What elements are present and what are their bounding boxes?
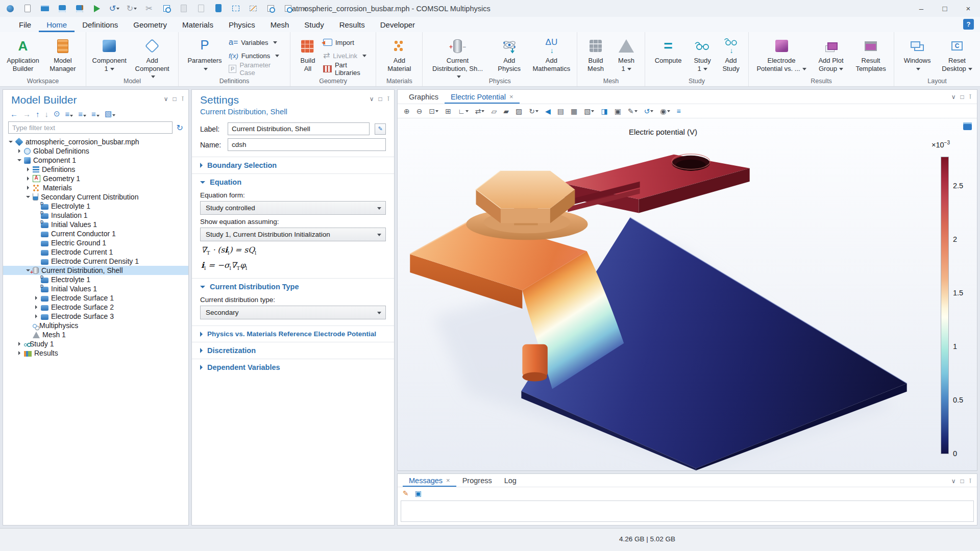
tree-item-electrode-current-1[interactable]: Electrode Current 1 [3,247,188,257]
menu-materials[interactable]: Materials [175,17,221,32]
paste-icon[interactable] [179,4,189,14]
tree-item-multiphysics[interactable]: Multiphysics [3,321,188,330]
add-plot-group-button[interactable]: Add Plot Group [812,35,850,74]
redo-icon[interactable]: ↻ [127,4,137,14]
print-icon[interactable]: ≡ [677,108,681,115]
scene-light-icon[interactable]: ↻ [529,108,538,115]
panel-float-icon[interactable]: □ [379,96,382,102]
panel-pin-icon[interactable]: ⊺ [181,96,184,102]
section-current-distribution-type[interactable]: Current Distribution Type [200,282,386,293]
result-templates-button[interactable]: Result Templates [852,35,890,74]
tree-item-electrode-surface-3[interactable]: Electrode Surface 3 [3,312,188,321]
build-mesh-button[interactable]: Build Mesh [581,35,610,74]
tree-item-initial-values-1b[interactable]: Initial Values 1 [3,284,188,293]
current-distribution-button[interactable]: Current Distribution, Sh... [427,35,488,82]
menu-definitions[interactable]: Definitions [75,17,126,32]
show-icon[interactable]: ⊙ [54,109,60,118]
collapse-all-icon[interactable]: ≡ [65,110,74,118]
panel-menu-icon[interactable]: ∨ [951,478,956,484]
model-tree-nodes-icon[interactable]: ≡ [91,110,100,118]
name-input[interactable] [228,138,386,151]
find-icon[interactable] [265,4,276,14]
panel-float-icon[interactable]: □ [961,94,964,100]
menu-home[interactable]: Home [39,17,75,32]
tree-item-electrode-surface-1[interactable]: Electrode Surface 1 [3,293,188,303]
panel-menu-icon[interactable]: ∨ [370,96,374,102]
equation-form-select[interactable]: Study controlled [200,201,386,215]
expand-all-icon[interactable]: ≡ [78,110,86,118]
component-1-button[interactable]: Component 1 [90,35,128,74]
variables-button[interactable]: a=Variables [229,37,286,47]
livelink-button[interactable]: ⇄LiveLink [323,51,372,61]
save-icon[interactable] [57,4,67,14]
panel-float-icon[interactable]: □ [961,478,964,484]
undo-icon[interactable]: ↺ [109,4,119,14]
build-all-button[interactable]: Build All [295,35,321,74]
find-replace-icon[interactable] [283,4,293,14]
section-dependent-variables[interactable]: Dependent Variables [200,362,386,373]
section-discretization[interactable]: Discretization [200,345,386,357]
tab-messages[interactable]: Messages× [403,474,456,487]
move-down-icon[interactable]: ↓ [45,110,49,118]
plot-area[interactable]: Electric potential (V) [398,118,977,470]
tab-log[interactable]: Log [498,474,523,487]
menu-physics[interactable]: Physics [221,17,263,32]
tree-item-study-1[interactable]: Study 1 [3,339,188,348]
tree-item-root[interactable]: atmospheric_corrosion_busbar.mph [3,137,188,146]
tree-item-current-distribution-shell[interactable]: Current Distribution, Shell [3,266,188,275]
tab-progress[interactable]: Progress [456,474,498,487]
duplicate-icon[interactable] [196,4,206,14]
add-material-button[interactable]: Add Material [380,35,418,74]
menu-file[interactable]: File [11,17,39,32]
cdt-select[interactable]: Secondary [200,306,386,319]
tree-expander[interactable] [16,159,23,161]
split-view-icon[interactable]: ◨ [601,108,607,115]
table-icon[interactable]: ▦ [571,108,577,115]
menu-geometry[interactable]: Geometry [126,17,175,32]
tree-filter-input[interactable] [8,121,173,134]
sound-icon[interactable]: ◀ [545,108,551,115]
cut-icon[interactable]: ✂ [144,4,154,14]
forward-icon[interactable]: → [23,110,31,118]
tab-graphics[interactable]: Graphics [403,90,445,104]
zoom-out-icon[interactable]: ⊖ [416,108,423,115]
copy-messages-icon[interactable]: ▣ [415,490,422,497]
model-manager-button[interactable]: Model Manager [44,35,82,74]
tree-item-secondary-current-distribution[interactable]: Secondary Current Distribution [3,192,188,202]
tree-item-electrolyte-1[interactable]: Electrolyte 1 [3,202,188,211]
parameter-case-button[interactable]: PParameter Case [229,64,286,74]
menu-study[interactable]: Study [297,17,331,32]
back-icon[interactable]: ← [10,110,18,118]
add-mathematics-button[interactable]: ΔU↓ Add Mathematics [530,35,573,74]
add-component-button[interactable]: Add Component [130,35,174,82]
menu-mesh[interactable]: Mesh [263,17,297,32]
study-1-button[interactable]: Study 1 [689,35,716,74]
open-file-icon[interactable] [40,4,50,14]
lock-icon[interactable]: ▣ [615,108,621,115]
rename-icon[interactable]: ✎ [375,123,386,135]
zx-plane-icon[interactable]: ▨ [516,108,522,115]
tree-expander[interactable] [7,141,14,143]
tree-item-definitions[interactable]: Definitions [3,165,188,174]
compute-button[interactable]: = Compute [649,35,687,66]
tree-expander[interactable] [16,351,23,355]
application-builder-button[interactable]: A Application Builder [4,35,42,74]
electrode-potential-button[interactable]: Electrode Potential vs. ... [753,35,810,74]
yz-plane-icon[interactable]: ▰ [503,108,509,115]
tree-item-electrode-current-density-1[interactable]: Electrode Current Density 1 [3,257,188,266]
add-study-button[interactable]: ↓ Add Study [718,35,744,74]
close-tab-icon[interactable]: × [446,477,450,484]
go-to-view-icon[interactable]: ⇄ [475,108,485,115]
section-equation[interactable]: Equation [200,177,386,188]
messages-content[interactable] [401,500,974,522]
panel-pin-icon[interactable]: ⊺ [387,96,390,102]
maximize-button[interactable]: □ [933,0,957,17]
move-up-icon[interactable]: ↑ [36,110,40,118]
functions-button[interactable]: f(x)Functions [229,51,286,61]
tree-expander[interactable] [24,167,32,171]
panel-menu-icon[interactable]: ∨ [951,94,956,100]
tree-expander[interactable] [33,314,40,318]
section-boundary-selection[interactable]: Boundary Selection [200,160,386,171]
tree-item-current-conductor-1[interactable]: Current Conductor 1 [3,229,188,238]
new-file-icon[interactable] [22,4,33,14]
